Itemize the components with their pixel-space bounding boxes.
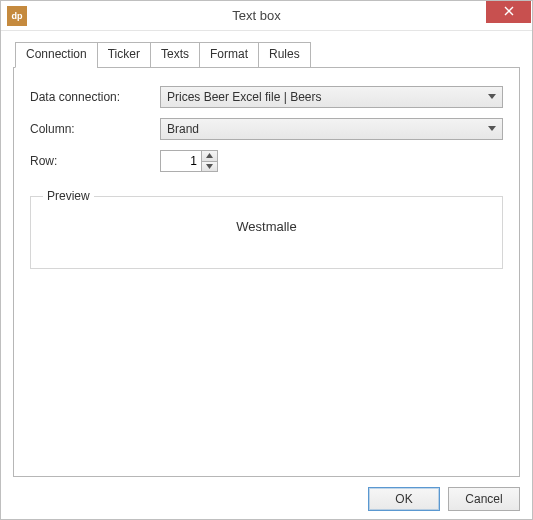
- row-input[interactable]: [160, 150, 202, 172]
- data-connection-value: Prices Beer Excel file | Beers: [167, 90, 322, 104]
- tab-panel-connection: Data connection: Prices Beer Excel file …: [13, 67, 520, 477]
- row-data-connection: Data connection: Prices Beer Excel file …: [30, 86, 503, 108]
- row-spin-down[interactable]: [202, 162, 217, 172]
- label-row: Row:: [30, 154, 160, 168]
- preview-legend: Preview: [43, 189, 94, 203]
- row-stepper: [160, 150, 218, 172]
- app-icon: dp: [7, 6, 27, 26]
- label-data-connection: Data connection:: [30, 90, 160, 104]
- column-select[interactable]: Brand: [160, 118, 503, 140]
- cancel-button[interactable]: Cancel: [448, 487, 520, 511]
- chevron-down-icon: [488, 126, 496, 132]
- tab-strip: Connection Ticker Texts Format Rules: [15, 41, 520, 67]
- column-value: Brand: [167, 122, 199, 136]
- dialog-window: dp Text box Connection Ticker Texts Form…: [0, 0, 533, 520]
- preview-value: Westmalle: [41, 219, 492, 234]
- tab-format[interactable]: Format: [199, 42, 259, 68]
- tab-rules[interactable]: Rules: [258, 42, 311, 68]
- row-row: Row:: [30, 150, 503, 172]
- row-spinner-buttons: [202, 150, 218, 172]
- tab-ticker[interactable]: Ticker: [97, 42, 151, 68]
- chevron-up-icon: [206, 153, 213, 158]
- row-column: Column: Brand: [30, 118, 503, 140]
- titlebar: dp Text box: [1, 1, 532, 31]
- window-title: Text box: [27, 8, 486, 23]
- ok-button[interactable]: OK: [368, 487, 440, 511]
- tab-connection[interactable]: Connection: [15, 42, 98, 68]
- row-spin-up[interactable]: [202, 151, 217, 162]
- chevron-down-icon: [488, 94, 496, 100]
- tab-texts[interactable]: Texts: [150, 42, 200, 68]
- preview-group: Preview Westmalle: [30, 196, 503, 269]
- tab-region: Connection Ticker Texts Format Rules Dat…: [13, 41, 520, 477]
- label-column: Column:: [30, 122, 160, 136]
- data-connection-select[interactable]: Prices Beer Excel file | Beers: [160, 86, 503, 108]
- chevron-down-icon: [206, 164, 213, 169]
- close-icon: [504, 5, 514, 19]
- dialog-body: Connection Ticker Texts Format Rules Dat…: [1, 31, 532, 519]
- close-button[interactable]: [486, 1, 531, 23]
- dialog-buttons: OK Cancel: [13, 477, 520, 511]
